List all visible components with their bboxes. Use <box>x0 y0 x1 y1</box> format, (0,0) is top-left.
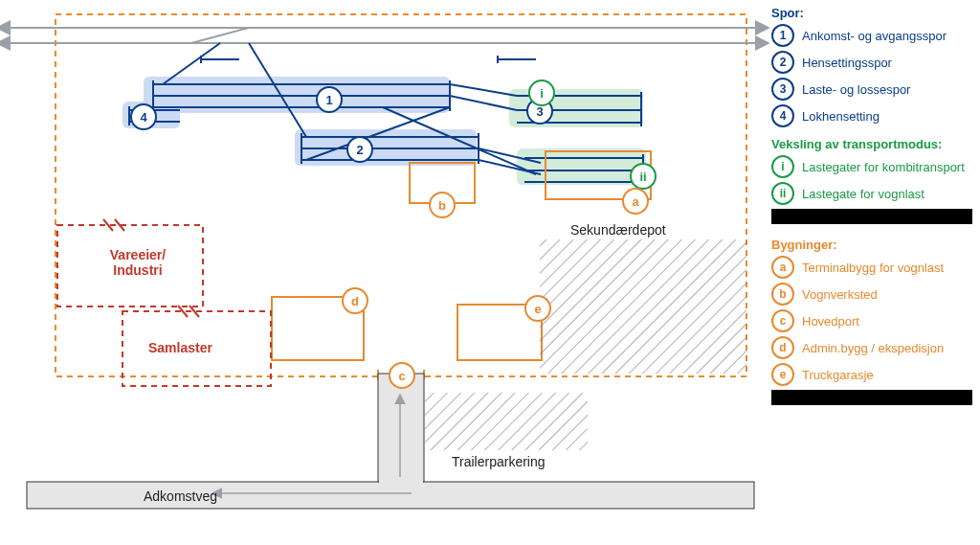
legend-bygg-label-0: Terminalbygg for vognlast <box>802 261 944 275</box>
adkomstveg-label: Adkomstveg <box>144 488 217 504</box>
legend-bygg-row-4: e Truckgarasje <box>771 363 972 386</box>
legend-spor-label-3: Lokhensetting <box>802 109 880 124</box>
legend-bygg-label-4: Truckgarasje <box>802 368 874 382</box>
legend-veks-id-1: ii <box>771 182 794 205</box>
track-badge-1: 1 <box>316 86 343 113</box>
legend-veks-label-0: Lastegater for kombitransport <box>802 160 965 174</box>
building-badge-b: b <box>429 192 456 218</box>
legend-spor-id-3: 4 <box>771 104 794 127</box>
legend-bygg-label-3: Admin.bygg / ekspedisjon <box>802 341 944 355</box>
trailerparkering-area <box>425 393 588 450</box>
legend-bygg-title: Bygninger: <box>771 238 972 252</box>
building-badge-c: c <box>389 362 415 389</box>
legend-veks-label-1: Lastegate for vognlast <box>802 187 924 201</box>
legend-bygg-label-1: Vognverksted <box>802 287 878 302</box>
sekundardepot-label: Sekundærdepot <box>570 222 666 238</box>
legend-veks-row-0: i Lastegater for kombitransport <box>771 155 972 178</box>
legend-spor-id-2: 3 <box>771 78 794 101</box>
legend-spor-row-3: 4 Lokhensetting <box>771 104 972 127</box>
legend-spor-label-2: Laste- og lossespor <box>802 82 910 97</box>
legend-veksling: Veksling av transportmodus: i Lastegater… <box>771 137 972 224</box>
building-badge-e: e <box>524 295 551 322</box>
access-road <box>27 374 754 509</box>
legend-spor-label-1: Hensettingsspor <box>802 56 892 70</box>
terminal-diagram-stage: 1 2 3 4 i ii a b c d e Vareeier/ Industr… <box>0 0 980 545</box>
legend-bygg-row-1: b Vognverksted <box>771 283 972 306</box>
legend-black-bar-2 <box>771 390 972 405</box>
legend-spor-row-2: 3 Laste- og lossespor <box>771 78 972 101</box>
legend-veksling-title: Veksling av transportmodus: <box>771 137 972 151</box>
track-badge-2: 2 <box>346 136 373 163</box>
sekundardepot-area <box>540 239 746 374</box>
building-badge-a: a <box>622 188 649 215</box>
legend-bygg-id-4: e <box>771 363 794 386</box>
legend-spor-label-0: Ankomst- og avgangsspor <box>802 29 947 43</box>
svg-rect-46 <box>27 482 754 509</box>
building-badge-d: d <box>342 287 368 314</box>
legend-bygg-row-0: a Terminalbygg for vognlast <box>771 256 972 279</box>
legend-bygg-label-2: Hovedport <box>802 314 859 329</box>
mainline-tracks <box>8 28 758 43</box>
legend-bygg-id-1: b <box>771 283 794 306</box>
vareeier-label: Vareeier/ Industri <box>80 247 195 278</box>
legend-veks-row-1: ii Lastegate for vognlast <box>771 182 972 205</box>
legend-bygg-id-0: a <box>771 256 794 279</box>
track-badge-4: 4 <box>130 103 157 130</box>
legend-veks-id-0: i <box>771 155 794 178</box>
legend-spor-id-1: 2 <box>771 51 794 74</box>
svg-rect-7 <box>517 148 646 185</box>
green-badge-i: i <box>528 79 555 106</box>
red-boxes <box>57 219 271 386</box>
green-badge-ii: ii <box>630 163 657 190</box>
samlaster-label: Samlaster <box>148 340 212 355</box>
legend-bygg-row-3: d Admin.bygg / ekspedisjon <box>771 336 972 359</box>
legend-spor-title: Spor: <box>771 6 972 20</box>
trailerparkering-label: Trailerparkering <box>452 454 546 469</box>
svg-rect-47 <box>379 481 423 484</box>
legend-bygninger: Bygninger: a Terminalbygg for vognlast b… <box>771 238 972 405</box>
legend-spor: Spor: 1 Ankomst- og avgangsspor 2 Henset… <box>771 6 972 127</box>
legend: Spor: 1 Ankomst- og avgangsspor 2 Henset… <box>771 6 972 405</box>
legend-spor-id-0: 1 <box>771 24 794 47</box>
legend-bygg-id-3: d <box>771 336 794 359</box>
legend-spor-row-1: 2 Hensettingsspor <box>771 51 972 74</box>
legend-bygg-id-2: c <box>771 309 794 332</box>
legend-bygg-row-2: c Hovedport <box>771 309 972 332</box>
legend-spor-row-0: 1 Ankomst- og avgangsspor <box>771 24 972 47</box>
legend-black-bar-1 <box>771 209 972 224</box>
